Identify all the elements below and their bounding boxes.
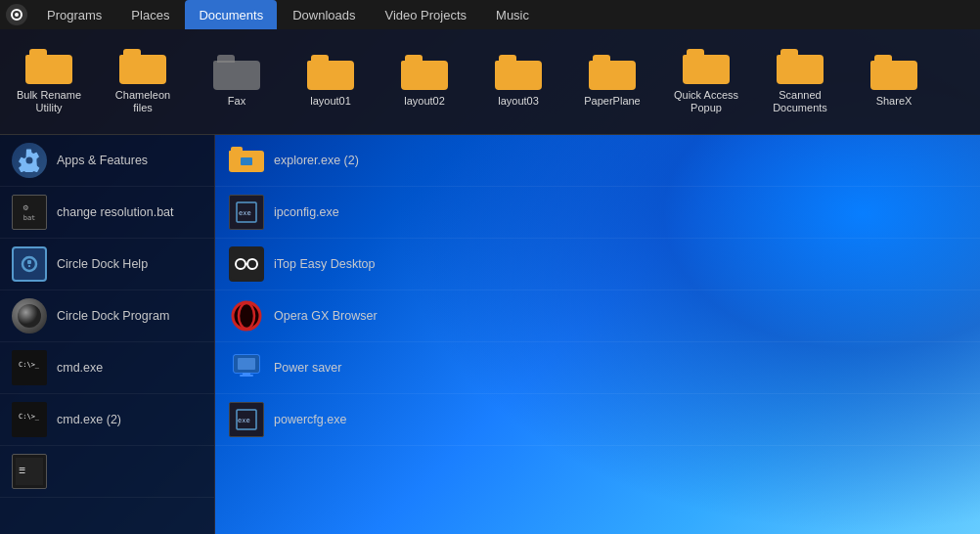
folder-icon-bulk-rename [25,49,72,86]
folder-label-layout02: layout02 [404,95,445,108]
powercfg-label: powercfg.exe [274,413,346,426]
list-item-apps-features[interactable]: Apps & Features [0,135,214,187]
itop-label: iTop Easy Desktop [274,257,376,271]
tab-downloads[interactable]: Downloads [279,0,369,29]
circle-dock-program-icon [12,298,47,334]
list-item-circle-dock-program[interactable]: Circle Dock Program [0,290,214,342]
change-resolution-label: change resolution.bat [57,204,174,220]
folder-layout01[interactable]: layout01 [291,51,370,111]
cmd-2-icon: C:\>_ [12,402,47,437]
explorer-icon [229,143,264,178]
folder-quick-access[interactable]: Quick Access Popup [667,45,745,118]
folder-paperplane[interactable]: PaperPlane [573,51,651,111]
folder-icon-layout02 [401,55,448,92]
itop-icon [229,246,264,282]
svg-text:C:\>_: C:\>_ [19,361,40,369]
apps-features-label: Apps & Features [57,153,148,168]
tab-video-projects[interactable]: Video Projects [371,0,480,29]
folder-scanned-docs[interactable]: Scanned Documents [761,45,839,118]
bat-icon-change-res: ⚙bat [12,195,47,230]
folder-label-fax: Fax [228,95,245,108]
folder-layout03[interactable]: layout03 [479,51,557,111]
folder-bulk-rename[interactable]: Bulk Rename Utility [10,45,88,118]
folder-label-scanned-docs: Scanned Documents [773,89,827,114]
svg-rect-25 [238,358,255,370]
right-item-powercfg[interactable]: exe powercfg.exe [215,394,980,446]
explorer-label: explorer.exe (2) [274,154,359,167]
cmd-icon: C:\>_ [12,350,47,385]
folder-fax[interactable]: Fax [198,51,276,111]
right-item-power-saver[interactable]: Power saver [215,342,980,394]
cmd-2-label: cmd.exe (2) [57,412,121,427]
folder-label-sharex: ShareX [876,95,913,108]
folder-layout02[interactable]: layout02 [385,51,464,111]
right-panel: explorer.exe (2) exe ipconfig.exe iTop E… [215,135,980,534]
power-saver-label: Power saver [274,361,341,375]
svg-rect-12 [241,157,252,165]
circle-dock-help-label: Circle Dock Help [57,256,148,272]
svg-rect-4 [28,265,30,267]
left-panel: Apps & Features ⚙bat change resolution.b… [0,135,215,534]
right-item-ipconfig[interactable]: exe ipconfig.exe [215,187,980,239]
powercfg-icon: exe [229,402,264,437]
svg-text:☰: ☰ [19,467,25,475]
folder-label-layout01: layout01 [310,95,351,108]
right-item-opera[interactable]: Opera GX Browser [215,290,980,342]
circle-dock-program-label: Circle Dock Program [57,308,169,324]
tab-documents[interactable]: Documents [185,0,277,29]
toolbar: Bulk Rename Utility Chameleon files Fax … [0,29,980,135]
right-item-explorer[interactable]: explorer.exe (2) [215,135,980,187]
list-item-cmd[interactable]: C:\>_ cmd.exe [0,342,214,394]
ipconfig-label: ipconfig.exe [274,205,339,219]
svg-point-1 [15,13,19,17]
folder-icon-layout01 [307,55,354,92]
folder-chameleon[interactable]: Chameleon files [104,45,182,118]
folder-icon-chameleon [119,49,166,86]
right-item-itop[interactable]: iTop Easy Desktop [215,239,980,290]
opera-icon [229,298,264,334]
list-item-cmd-2[interactable]: C:\>_ cmd.exe (2) [0,394,214,446]
list-item-circle-dock-help[interactable]: Circle Dock Help [0,239,214,290]
svg-point-5 [18,304,41,328]
partial-icon: ☰ [12,454,47,489]
svg-text:exe: exe [239,209,251,217]
folder-icon-scanned-docs [777,49,824,86]
circle-dock-help-icon [12,246,47,282]
folder-icon-fax [213,55,260,92]
tab-music[interactable]: Music [482,0,543,29]
list-item-change-resolution[interactable]: ⚙bat change resolution.bat [0,187,214,239]
ipconfig-icon: exe [229,195,264,230]
folder-label-bulk-rename: Bulk Rename Utility [17,89,81,114]
folder-label-layout03: layout03 [498,95,539,108]
folder-label-chameleon: Chameleon files [115,89,170,114]
folder-sharex[interactable]: ShareX [855,51,933,111]
folder-icon-paperplane [589,55,636,92]
svg-text:exe: exe [238,417,250,424]
svg-rect-27 [240,375,253,377]
cmd-label: cmd.exe [57,360,103,376]
opera-label: Opera GX Browser [274,309,378,323]
nav-logo[interactable] [6,4,27,25]
svg-rect-3 [27,260,31,264]
folder-icon-layout03 [495,55,542,92]
gear-icon [12,143,47,178]
svg-text:C:\>_: C:\>_ [19,413,40,421]
folder-label-quick-access: Quick Access Popup [674,89,738,114]
navbar: Programs Places Documents Downloads Vide… [0,0,980,29]
tab-programs[interactable]: Programs [33,0,115,29]
monitor-icon [229,350,264,385]
folder-icon-quick-access [683,49,730,86]
folder-label-paperplane: PaperPlane [584,95,641,108]
list-item-partial[interactable]: ☰ [0,446,214,498]
tab-places[interactable]: Places [117,0,183,29]
main-content: Apps & Features ⚙bat change resolution.b… [0,135,980,534]
folder-icon-sharex [870,55,917,92]
